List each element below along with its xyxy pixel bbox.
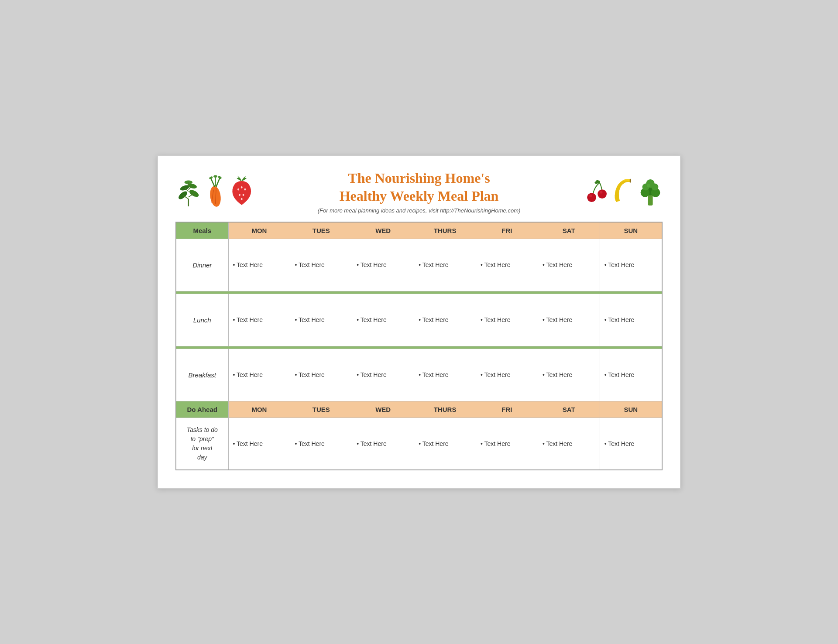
sun-header: SUN (600, 222, 662, 239)
breakfast-sat[interactable]: Text Here (538, 349, 600, 401)
breakfast-mon[interactable]: Text Here (228, 349, 290, 401)
title-line1: The Nourishing Home'sHealthy Weekly Meal… (254, 169, 584, 206)
do-ahead-sun[interactable]: Text Here (600, 418, 662, 470)
wed-header: WED (352, 222, 414, 239)
fri-header: FRI (476, 222, 538, 239)
header-icons-right (584, 174, 663, 209)
svg-line-14 (211, 178, 215, 187)
do-ahead-mon[interactable]: Text Here (228, 418, 290, 470)
breakfast-tues[interactable]: Text Here (290, 349, 352, 401)
svg-point-22 (244, 188, 246, 191)
lunch-mon[interactable]: Text Here (228, 294, 290, 346)
subtitle: (For more meal planning ideas and recipe… (254, 207, 584, 214)
table-header-row: Meals MON TUES WED THURS FRI SAT SUN (176, 222, 662, 239)
svg-point-38 (651, 183, 658, 190)
dinner-sat[interactable]: Text Here (538, 239, 600, 291)
do-ahead-sat-header: SAT (538, 401, 600, 418)
do-ahead-fri[interactable]: Text Here (476, 418, 538, 470)
dinner-thurs[interactable]: Text Here (414, 239, 476, 291)
lunch-fri[interactable]: Text Here (476, 294, 538, 346)
do-ahead-row: Tasks to doto "prep"for nextday Text Her… (176, 418, 662, 470)
do-ahead-header: Do Ahead (176, 401, 228, 418)
header: The Nourishing Home'sHealthy Weekly Meal… (175, 169, 663, 214)
meal-plan-table: Meals MON TUES WED THURS FRI SAT SUN Din… (175, 222, 663, 471)
lunch-tues[interactable]: Text Here (290, 294, 352, 346)
kale-icon (175, 174, 202, 209)
dinner-sun[interactable]: Text Here (600, 239, 662, 291)
thurs-header: THURS (414, 222, 476, 239)
svg-point-21 (240, 186, 242, 188)
dinner-wed[interactable]: Text Here (352, 239, 414, 291)
breakfast-fri[interactable]: Text Here (476, 349, 538, 401)
svg-line-16 (216, 178, 220, 186)
dinner-mon[interactable]: Text Here (228, 239, 290, 291)
svg-point-28 (598, 189, 607, 199)
lunch-row: Lunch Text Here Text Here Text Here Text… (176, 294, 662, 346)
svg-point-24 (242, 194, 244, 196)
lunch-sat[interactable]: Text Here (538, 294, 600, 346)
lunch-wed[interactable]: Text Here (352, 294, 414, 346)
svg-point-23 (239, 194, 240, 196)
svg-rect-32 (648, 195, 653, 206)
svg-point-27 (589, 194, 592, 197)
do-ahead-wed-header: WED (352, 401, 414, 418)
lunch-thurs[interactable]: Text Here (414, 294, 476, 346)
breakfast-wed[interactable]: Text Here (352, 349, 414, 401)
do-ahead-sun-header: SUN (600, 401, 662, 418)
banana-icon (611, 174, 635, 209)
lunch-sun[interactable]: Text Here (600, 294, 662, 346)
do-ahead-tasks-label: Tasks to doto "prep"for nextday (176, 418, 228, 470)
do-ahead-mon-header: MON (228, 401, 290, 418)
do-ahead-fri-header: FRI (476, 401, 538, 418)
strawberry-icon (229, 174, 254, 209)
breakfast-row: Breakfast Text Here Text Here Text Here … (176, 349, 662, 401)
breakfast-thurs[interactable]: Text Here (414, 349, 476, 401)
page: The Nourishing Home'sHealthy Weekly Meal… (157, 155, 681, 489)
do-ahead-thurs-header: THURS (414, 401, 476, 418)
svg-point-39 (647, 184, 650, 187)
carrot-icon (204, 174, 227, 209)
dinner-tues[interactable]: Text Here (290, 239, 352, 291)
header-title: The Nourishing Home'sHealthy Weekly Meal… (254, 169, 584, 214)
breakfast-label: Breakfast (176, 349, 228, 401)
do-ahead-header-row: Do Ahead MON TUES WED THURS FRI SAT SUN (176, 401, 662, 418)
do-ahead-sat[interactable]: Text Here (538, 418, 600, 470)
svg-point-25 (240, 198, 242, 200)
dinner-label: Dinner (176, 239, 228, 291)
svg-point-29 (600, 191, 602, 193)
tues-header: TUES (290, 222, 352, 239)
breakfast-sun[interactable]: Text Here (600, 349, 662, 401)
dinner-fri[interactable]: Text Here (476, 239, 538, 291)
do-ahead-thurs[interactable]: Text Here (414, 418, 476, 470)
broccoli-icon (638, 174, 663, 209)
mon-header: MON (228, 222, 290, 239)
cherries-icon (584, 174, 608, 209)
svg-point-11 (209, 185, 222, 207)
meals-header: Meals (176, 222, 228, 239)
do-ahead-wed[interactable]: Text Here (352, 418, 414, 470)
sat-header: SAT (538, 222, 600, 239)
svg-point-18 (213, 175, 217, 177)
lunch-label: Lunch (176, 294, 228, 346)
svg-point-26 (587, 193, 596, 202)
do-ahead-tues[interactable]: Text Here (290, 418, 352, 470)
do-ahead-tues-header: TUES (290, 401, 352, 418)
dinner-row: Dinner Text Here Text Here Text Here Tex… (176, 239, 662, 291)
header-icons-left (175, 174, 254, 209)
svg-point-20 (237, 188, 239, 191)
